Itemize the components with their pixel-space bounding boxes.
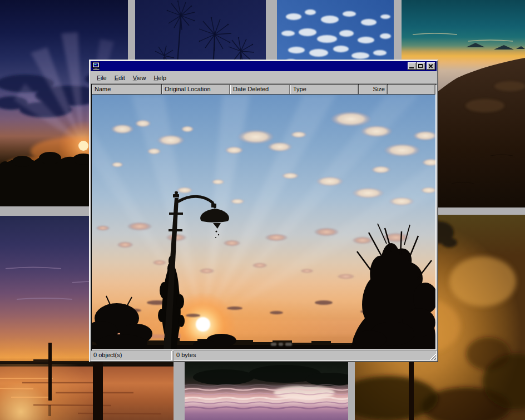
minimize-icon xyxy=(409,67,414,68)
maximize-icon xyxy=(418,64,423,68)
column-header-date-deleted[interactable]: Date Deleted xyxy=(230,85,290,95)
column-header-blank[interactable] xyxy=(388,85,435,95)
watermark-smudge xyxy=(271,343,292,346)
titlebar[interactable] xyxy=(91,61,437,71)
menubar: File Edit View Help xyxy=(91,72,437,83)
column-header-row: Name Original Location Date Deleted Type… xyxy=(92,85,435,95)
menu-item-file[interactable]: File xyxy=(93,73,111,82)
computer-icon[interactable] xyxy=(92,62,101,71)
maximize-button[interactable] xyxy=(417,62,425,70)
column-header-original-location[interactable]: Original Location xyxy=(162,85,230,95)
statusbar: 0 object(s) 0 bytes xyxy=(91,350,437,360)
column-header-size[interactable]: Size xyxy=(359,85,388,95)
menu-item-help[interactable]: Help xyxy=(150,73,170,82)
column-header-type[interactable]: Type xyxy=(290,85,359,95)
column-header-name[interactable]: Name xyxy=(92,85,162,95)
file-list-view[interactable]: Name Original Location Date Deleted Type… xyxy=(91,83,437,350)
sunset-photo-art xyxy=(92,95,435,349)
menu-item-view[interactable]: View xyxy=(129,73,150,82)
status-byte-count: 0 bytes xyxy=(174,350,437,360)
recycle-bin-window: File Edit View Help Name Original Locati… xyxy=(89,60,438,362)
status-object-count: 0 object(s) xyxy=(91,350,172,360)
minimize-button[interactable] xyxy=(408,62,417,70)
menu-item-edit[interactable]: Edit xyxy=(111,73,129,82)
desktop: File Edit View Help Name Original Locati… xyxy=(0,0,525,420)
sunset-wallpaper-photo[interactable] xyxy=(92,95,435,349)
close-button[interactable] xyxy=(427,62,435,70)
